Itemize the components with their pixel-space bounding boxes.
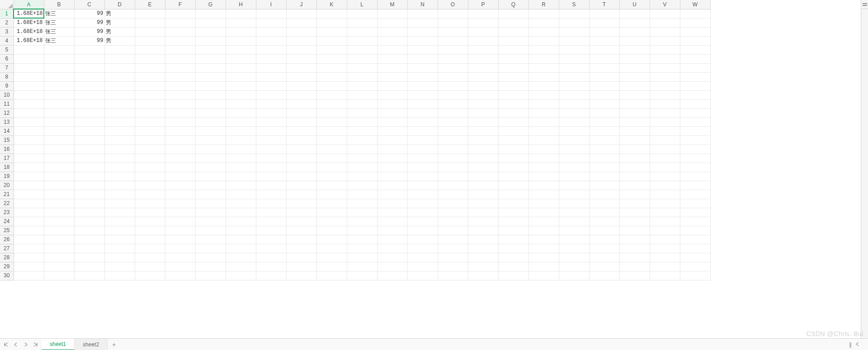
cell-K27[interactable] — [316, 244, 347, 253]
cell-A6[interactable] — [14, 54, 44, 63]
column-header-F[interactable]: F — [165, 0, 195, 9]
cell-U1[interactable] — [619, 9, 650, 18]
cell-F23[interactable] — [165, 208, 195, 217]
cell-K17[interactable] — [316, 154, 347, 163]
cell-E26[interactable] — [135, 235, 165, 244]
cell-M20[interactable] — [377, 181, 407, 190]
cell-S20[interactable] — [559, 181, 589, 190]
cell-O23[interactable] — [438, 208, 468, 217]
row-header-9[interactable]: 9 — [0, 81, 14, 90]
cell-V13[interactable] — [650, 117, 680, 126]
cell-D17[interactable] — [104, 154, 135, 163]
cell-E8[interactable] — [135, 72, 165, 81]
cell-H15[interactable] — [226, 135, 256, 145]
cell-M29[interactable] — [377, 262, 407, 271]
cell-C25[interactable] — [74, 226, 104, 235]
cell-N25[interactable] — [407, 226, 438, 235]
cell-P5[interactable] — [468, 45, 498, 54]
cell-S9[interactable] — [559, 81, 589, 90]
cell-A20[interactable] — [14, 181, 44, 190]
cell-H6[interactable] — [226, 54, 256, 63]
cell-R23[interactable] — [528, 208, 559, 217]
cell-B10[interactable] — [44, 90, 74, 99]
cell-N30[interactable] — [407, 271, 438, 280]
cell-T16[interactable] — [589, 145, 619, 154]
cell-U13[interactable] — [619, 117, 650, 126]
column-header-A[interactable]: A — [14, 0, 44, 9]
cell-T2[interactable] — [589, 18, 619, 27]
cell-A12[interactable] — [14, 108, 44, 117]
cell-H13[interactable] — [226, 117, 256, 126]
cell-Q15[interactable] — [498, 135, 528, 145]
cell-M25[interactable] — [377, 226, 407, 235]
cell-K13[interactable] — [316, 117, 347, 126]
cell-R30[interactable] — [528, 271, 559, 280]
cell-A3[interactable]: 1.68E+18 — [14, 27, 44, 36]
cell-C10[interactable] — [74, 90, 104, 99]
cell-H11[interactable] — [226, 99, 256, 108]
cell-S23[interactable] — [559, 208, 589, 217]
cell-O3[interactable] — [438, 27, 468, 36]
cell-V5[interactable] — [650, 45, 680, 54]
cell-N3[interactable] — [407, 27, 438, 36]
cell-R2[interactable] — [528, 18, 559, 27]
cell-F3[interactable] — [165, 27, 195, 36]
cell-A22[interactable] — [14, 199, 44, 208]
cell-E13[interactable] — [135, 117, 165, 126]
cell-B5[interactable] — [44, 45, 74, 54]
cell-O16[interactable] — [438, 145, 468, 154]
cell-V9[interactable] — [650, 81, 680, 90]
cell-K3[interactable] — [316, 27, 347, 36]
cell-C1[interactable]: 99 — [74, 9, 104, 18]
cell-N27[interactable] — [407, 244, 438, 253]
cell-W13[interactable] — [680, 117, 710, 126]
cell-L3[interactable] — [347, 27, 377, 36]
cell-F14[interactable] — [165, 126, 195, 135]
cell-T19[interactable] — [589, 172, 619, 181]
cell-J8[interactable] — [286, 72, 316, 81]
cell-S18[interactable] — [559, 163, 589, 172]
cell-J10[interactable] — [286, 90, 316, 99]
cell-W23[interactable] — [680, 208, 710, 217]
cell-T11[interactable] — [589, 99, 619, 108]
row-header-24[interactable]: 24 — [0, 217, 14, 226]
tab-scroll-left-icon[interactable] — [855, 341, 860, 348]
cell-L17[interactable] — [347, 154, 377, 163]
cell-R19[interactable] — [528, 172, 559, 181]
cell-E15[interactable] — [135, 135, 165, 145]
cell-W8[interactable] — [680, 72, 710, 81]
cell-B12[interactable] — [44, 108, 74, 117]
cell-S26[interactable] — [559, 235, 589, 244]
column-header-P[interactable]: P — [468, 0, 498, 9]
cell-K22[interactable] — [316, 199, 347, 208]
cell-M3[interactable] — [377, 27, 407, 36]
cell-M27[interactable] — [377, 244, 407, 253]
cell-K28[interactable] — [316, 253, 347, 262]
cell-G12[interactable] — [195, 108, 226, 117]
cell-S12[interactable] — [559, 108, 589, 117]
cell-E10[interactable] — [135, 90, 165, 99]
cell-L14[interactable] — [347, 126, 377, 135]
cell-E17[interactable] — [135, 154, 165, 163]
cell-B17[interactable] — [44, 154, 74, 163]
cell-R15[interactable] — [528, 135, 559, 145]
cell-C23[interactable] — [74, 208, 104, 217]
cell-E21[interactable] — [135, 190, 165, 199]
cell-J3[interactable] — [286, 27, 316, 36]
cell-H9[interactable] — [226, 81, 256, 90]
cell-S5[interactable] — [559, 45, 589, 54]
cell-A26[interactable] — [14, 235, 44, 244]
cell-T30[interactable] — [589, 271, 619, 280]
cell-E11[interactable] — [135, 99, 165, 108]
cell-E1[interactable] — [135, 9, 165, 18]
cell-Q6[interactable] — [498, 54, 528, 63]
row-header-19[interactable]: 19 — [0, 172, 14, 181]
cell-H10[interactable] — [226, 90, 256, 99]
cell-N7[interactable] — [407, 63, 438, 72]
cell-C21[interactable] — [74, 190, 104, 199]
cell-O12[interactable] — [438, 108, 468, 117]
cell-U5[interactable] — [619, 45, 650, 54]
cell-J28[interactable] — [286, 253, 316, 262]
row-header-29[interactable]: 29 — [0, 262, 14, 271]
cell-B4[interactable]: 张三 — [44, 36, 74, 45]
